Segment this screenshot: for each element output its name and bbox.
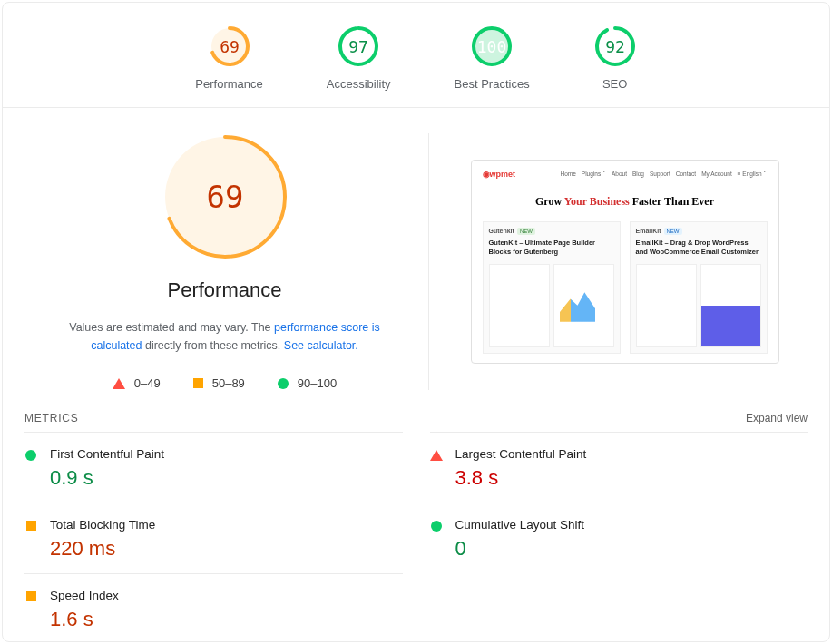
ss-nav-item: Support [650,171,670,178]
metric-speed-index[interactable]: Speed Index 1.6 s [24,573,403,644]
ss-hero-text: Grow [535,195,564,208]
ss-nav-item: Contact [676,171,696,178]
ss-nav-item: ≡ English ˅ [738,171,768,178]
performance-gauge-large: 69 [162,133,289,264]
ss-card-body [489,264,614,348]
ss-mini [489,264,550,348]
ss-card-name: EmailKitNEW [636,228,761,235]
gauge-seo[interactable]: 92 SEO [593,24,637,91]
legend-pass: 90–100 [278,376,337,390]
circle-icon [278,378,289,389]
ss-card: EmailKitNEW EmailKit – Drag & Drop WordP… [630,221,768,354]
metric-value: 1.6 s [50,608,403,631]
disclaimer-text: directly from these metrics. [142,339,284,352]
performance-disclaimer: Values are estimated and may vary. The p… [53,318,397,355]
legend-label: 50–89 [212,376,245,390]
gauge-label: Accessibility [327,77,391,91]
metric-status-icon [430,447,443,490]
svg-text:69: 69 [220,37,240,56]
gauge-accessibility[interactable]: 97 Accessibility [327,24,391,91]
ss-cards: GutenkitNEW GutenKit – Ultimate Page Bui… [483,221,768,354]
ss-nav-item: Home [560,171,575,178]
ss-nav-item: About [612,171,627,178]
expand-view-toggle[interactable]: Expand view [746,412,808,424]
page-screenshot-column: ◉wpmet HomePlugins ˅AboutBlogSupportCont… [447,160,802,364]
metric-largest-contentful-paint[interactable]: Largest Contentful Paint 3.8 s [430,432,808,503]
metric-body: Total Blocking Time 220 ms [50,518,403,561]
report-container: 69 Performance 97 Accessibility 100 Best… [2,2,830,642]
metric-name: Speed Index [50,589,403,602]
ss-card-body [636,264,761,348]
gauge-label: SEO [602,77,627,91]
metric-value: 0 [455,537,808,561]
metric-name: Total Blocking Time [50,518,403,532]
gauge-label: Best Practices [455,77,530,91]
ss-mini [700,264,761,348]
metric-value: 3.8 s [455,466,808,490]
svg-text:97: 97 [348,37,368,56]
ss-nav-item: Blog [632,171,644,178]
metric-value: 220 ms [50,537,403,561]
svg-text:100: 100 [477,37,507,56]
svg-text:69: 69 [206,179,243,215]
legend-average: 50–89 [193,376,245,390]
category-gauges-row: 69 Performance 97 Accessibility 100 Best… [3,3,829,108]
ss-badge: NEW [517,228,535,235]
ss-card-title: EmailKit – Drag & Drop WordPress and Woo… [636,239,761,257]
gauge-best-practices[interactable]: 100 Best Practices [455,24,530,91]
ss-card-name: GutenkitNEW [489,228,614,235]
ss-header: ◉wpmet HomePlugins ˅AboutBlogSupportCont… [483,170,768,179]
ss-badge: NEW [664,228,682,235]
metric-status-icon [24,518,37,561]
see-calculator-link[interactable]: See calculator. [284,339,358,352]
metric-name: Largest Contentful Paint [455,447,808,461]
legend-label: 0–49 [134,376,161,390]
score-legend: 0–49 50–89 90–100 [113,376,337,390]
triangle-icon [113,378,125,389]
legend-label: 90–100 [298,376,337,390]
ss-logo: ◉wpmet [483,170,516,179]
metric-body: Speed Index 1.6 s [50,589,403,631]
metric-cumulative-layout-shift[interactable]: Cumulative Layout Shift 0 [430,503,808,573]
gauge-label: Performance [195,77,262,91]
metric-name: Cumulative Layout Shift [455,518,808,532]
metric-name: First Contentful Paint [50,447,403,461]
performance-summary: 69 Performance Values are estimated and … [30,133,429,390]
gauge-performance[interactable]: 69 Performance [195,24,262,91]
ss-hero-accent: Your Business [564,195,630,208]
metric-total-blocking-time[interactable]: Total Blocking Time 220 ms [24,503,403,573]
page-screenshot: ◉wpmet HomePlugins ˅AboutBlogSupportCont… [471,160,779,364]
ss-mini [636,264,697,348]
ss-hero-text: Faster Than Ever [630,195,714,208]
metric-first-contentful-paint[interactable]: First Contentful Paint 0.9 s [24,432,403,503]
ss-nav: HomePlugins ˅AboutBlogSupportContactMy A… [560,171,767,178]
metrics-title: METRICS [24,412,79,424]
metric-body: Cumulative Layout Shift 0 [455,518,808,561]
metric-body: First Contentful Paint 0.9 s [50,447,403,490]
ss-nav-item: My Account [701,171,732,178]
svg-text:92: 92 [605,37,625,56]
metric-status-icon [24,589,37,631]
metric-status-icon [430,518,443,561]
performance-heading: Performance [168,278,282,302]
square-icon [193,378,203,388]
metrics-grid: First Contentful Paint 0.9 s Largest Con… [3,432,829,644]
ss-nav-item: Plugins ˅ [582,171,606,178]
legend-fail: 0–49 [113,376,161,390]
metric-value: 0.9 s [50,466,403,490]
ss-hero: Grow Your Business Faster Than Ever [483,195,768,209]
metric-body: Largest Contentful Paint 3.8 s [455,447,808,490]
ss-mini [553,264,614,348]
disclaimer-text: Values are estimated and may vary. The [69,321,274,334]
performance-main-section: 69 Performance Values are estimated and … [3,108,829,399]
metrics-header: METRICS Expand view [3,399,829,432]
ss-card: GutenkitNEW GutenKit – Ultimate Page Bui… [483,221,621,354]
ss-card-title: GutenKit – Ultimate Page Builder Blocks … [489,239,614,257]
metric-status-icon [24,447,37,490]
